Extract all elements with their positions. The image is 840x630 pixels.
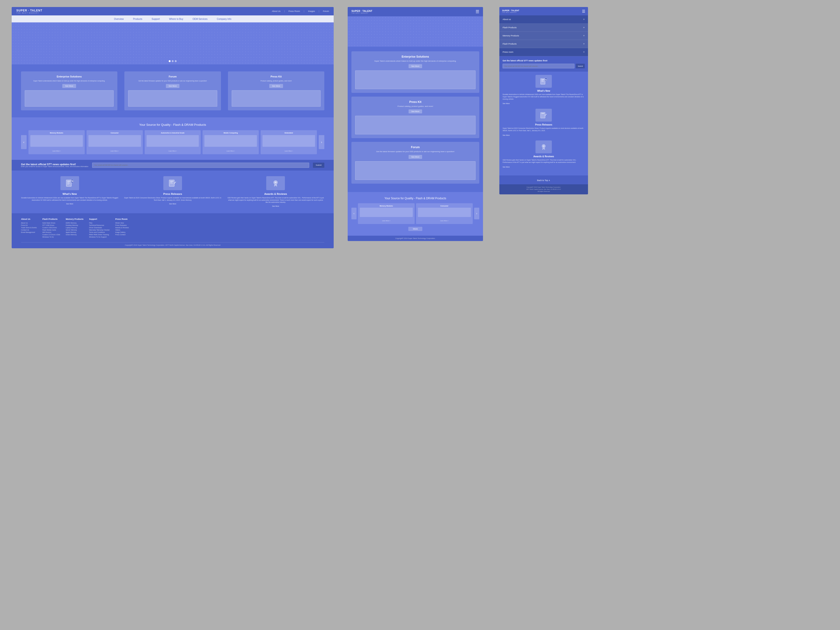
footer-link[interactable]: Technical Resources: [89, 224, 110, 226]
hero-dot-2[interactable]: [172, 60, 174, 62]
topnav-forum[interactable]: Forum: [323, 10, 329, 13]
footer-col-about: About Us About Us Press Kit Trade Show &…: [21, 218, 36, 238]
mobile-news-link-2[interactable]: See More: [503, 166, 510, 168]
mobile-nav-item-press[interactable]: Press room +: [499, 48, 588, 56]
footer-link[interactable]: Custom USB Drives: [42, 227, 60, 229]
footer-link[interactable]: Driver Downloads: [89, 227, 110, 229]
footer-link[interactable]: Server Memory: [66, 229, 84, 231]
footer-link[interactable]: About Us: [21, 222, 36, 224]
mobile-news-link-0[interactable]: See More: [503, 103, 510, 104]
mobile-nav-item-flash2[interactable]: Flash Products +: [499, 40, 588, 48]
hamburger-icon[interactable]: ☰: [475, 9, 479, 14]
slider-prev-arrow[interactable]: ‹: [21, 135, 27, 149]
mobile-nav-label-4: Press room: [503, 51, 513, 53]
mobile-nav-item-about[interactable]: About us +: [499, 16, 588, 24]
product-link-2[interactable]: Learn More >: [169, 150, 177, 152]
hero-dot-1[interactable]: [169, 60, 171, 62]
mobile-panel: SUPER · TALENT THE BEST MEMORY ☰ About u…: [499, 7, 588, 194]
newsletter-submit-btn[interactable]: Submit: [313, 163, 324, 168]
mobile-nav-item-memory[interactable]: Memory Products +: [499, 32, 588, 40]
card-presskit-btn[interactable]: See More: [269, 84, 283, 88]
tablet-card-btn-1[interactable]: See More: [409, 109, 422, 114]
footer-link[interactable]: Apple Memory: [66, 232, 84, 233]
topnav-pressroom[interactable]: Press Room: [288, 10, 300, 13]
tablet-card-btn-2[interactable]: See More: [409, 155, 422, 159]
footer-link[interactable]: Awards & Reviews: [115, 227, 129, 229]
desktop-topbar: SUPER · TALENT THE BEST MEMORY About Us …: [12, 7, 334, 16]
footer-link[interactable]: STT USB Drives: [42, 224, 60, 226]
footer-link[interactable]: Trade Show & Events: [21, 227, 36, 229]
footer-link[interactable]: Contact Us: [21, 229, 36, 231]
tablet-product-image-1: [418, 208, 471, 217]
footer-link[interactable]: RMA/ RMA Online Tracking: [89, 234, 110, 235]
mobile-hamburger-icon[interactable]: ☰: [582, 9, 585, 14]
footer-link[interactable]: What's New: [115, 222, 129, 224]
card-forum-btn[interactable]: See More: [166, 84, 180, 88]
footer-link[interactable]: Image Gallery: [115, 232, 129, 233]
footer-link[interactable]: Terms and Conditions: [89, 232, 110, 233]
mainnav-wheretobuy[interactable]: Where to Buy: [169, 18, 183, 20]
mobile-news-link-1[interactable]: See More: [503, 134, 510, 136]
footer-link[interactable]: Green Memory: [66, 234, 84, 235]
svg-rect-4: [67, 184, 69, 184]
tablet-slider-prev[interactable]: ‹: [351, 208, 357, 219]
back-to-top-button[interactable]: Back to Top ∧: [499, 175, 588, 184]
topnav-aboutus[interactable]: About Us: [272, 10, 281, 13]
footer-link[interactable]: Windows To Go Support: [89, 236, 110, 238]
product-item-1: Consumer Learn More >: [87, 130, 143, 154]
product-link-0[interactable]: Learn More >: [52, 150, 61, 152]
tablet-card-btn-0[interactable]: See More: [409, 64, 422, 68]
product-name-2: Automotive & Industrial Grade: [147, 132, 199, 134]
mainnav-products[interactable]: Products: [133, 18, 142, 20]
mobile-news-title-2: Awards & Reviews: [503, 155, 585, 158]
mobile-newsletter-submit-btn[interactable]: Submit: [576, 64, 585, 68]
footer-link[interactable]: Flash Media Cards: [42, 229, 60, 231]
tablet-product-link-0[interactable]: Learn More >: [382, 220, 391, 221]
product-image-4: [262, 135, 315, 147]
card-enterprise-btn[interactable]: See More: [62, 84, 76, 88]
footer-link[interactable]: FAQ: [89, 222, 110, 224]
footer-links: About Us About Us Press Kit Trade Show &…: [21, 218, 324, 238]
svg-rect-16: [542, 79, 544, 80]
footer-link[interactable]: Press Contact: [115, 234, 129, 235]
whats-new-icon: N: [60, 176, 79, 190]
footer-link[interactable]: Videos: [115, 229, 129, 231]
tablet-slider-next[interactable]: ›: [474, 208, 479, 219]
footer-link[interactable]: Email Management: [21, 232, 36, 233]
footer-link[interactable]: Wifi Devices: [42, 232, 60, 233]
mobile-nav-plus-1: +: [583, 26, 585, 29]
footer-link[interactable]: Custom 3.5 Drum n Disk: [42, 234, 60, 235]
news-link-1[interactable]: See More: [169, 203, 176, 205]
product-image-3: [204, 135, 257, 147]
mobile-nav-label-2: Memory Products: [503, 35, 519, 37]
mobile-nav-item-flash[interactable]: Flash Products +: [499, 24, 588, 32]
slider-next-arrow[interactable]: ›: [319, 135, 324, 149]
card-enterprise: Enterprise Solutions Super Talent unders…: [21, 71, 117, 111]
more-button[interactable]: More: [408, 227, 423, 231]
footer-link[interactable]: Laptop Memory: [66, 227, 84, 229]
mainnav-company[interactable]: Company Info: [217, 18, 231, 20]
footer-link[interactable]: Press Releases: [115, 224, 129, 226]
footer-link[interactable]: Warranty/ Warranty Checker: [89, 229, 110, 231]
news-link-0[interactable]: See More: [66, 203, 73, 205]
footer-link[interactable]: Press Kit: [21, 224, 36, 226]
product-link-1[interactable]: Learn More >: [111, 150, 119, 152]
tablet-product-link-1[interactable]: Learn More >: [440, 220, 449, 221]
tablet-product-name-0: Memory Modules: [360, 205, 413, 207]
footer-link[interactable]: Desktop Memory: [66, 224, 84, 226]
mainnav-overview[interactable]: Overview: [114, 18, 124, 20]
product-link-3[interactable]: Learn More >: [227, 150, 235, 152]
newsletter-input[interactable]: [92, 163, 309, 168]
mobile-newsletter-input[interactable]: [503, 64, 575, 68]
hero-dot-3[interactable]: [175, 60, 177, 62]
newsletter-title: Get the latest official STT news updates…: [21, 163, 88, 166]
mainnav-oem[interactable]: OEM Services: [193, 18, 207, 20]
mainnav-support[interactable]: Support: [152, 18, 160, 20]
desktop-news-section: N What's New Durable Automotive-In-Vehic…: [12, 171, 334, 213]
topnav-images[interactable]: Images: [308, 10, 315, 13]
footer-link[interactable]: DDR4 Memory: [66, 222, 84, 224]
product-link-4[interactable]: Learn More >: [285, 150, 293, 152]
footer-link[interactable]: Solid State Drives: [42, 222, 60, 224]
footer-link[interactable]: Windows To Go: [42, 236, 60, 238]
news-link-2[interactable]: See More: [272, 205, 279, 207]
